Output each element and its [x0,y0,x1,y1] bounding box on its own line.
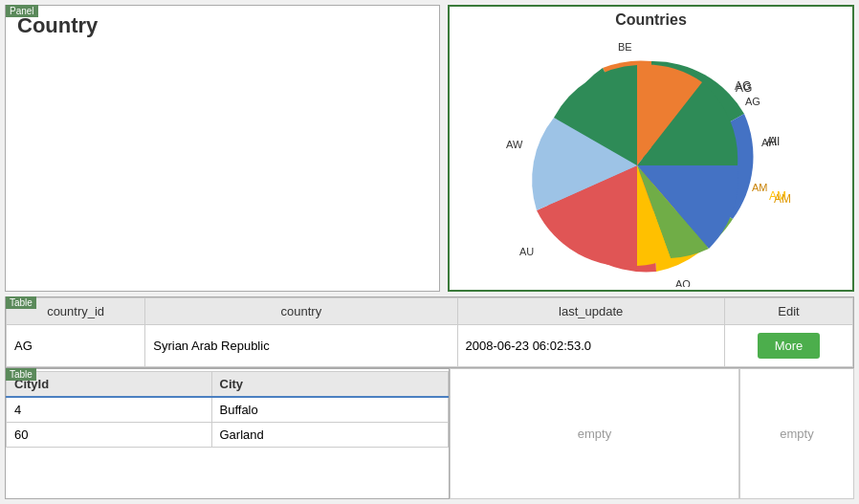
sub-table-container: Table CityId City 4 Buffalo [5,368,450,499]
cell-country: Syrian Arab Republic [145,325,457,367]
sub-table: CityId City 4 Buffalo 60 Garland [6,371,449,448]
cell-city-1: Garland [211,423,449,448]
panel-title: Country [6,6,439,46]
cell-city-0: Buffalo [211,397,449,423]
cell-country-id: AG [7,325,145,367]
main-table: country_id country last_update Edit AG S… [6,297,853,367]
svg-text:AI: AI [761,137,771,148]
svg-text:AQ: AQ [675,278,691,287]
empty-cell-right: empty [739,368,854,499]
empty-cell-middle: empty [450,368,739,499]
svg-text:AG: AG [745,96,760,107]
sub-table-row: 60 Garland [7,423,449,448]
main-table-label: Table [6,296,36,309]
chart-panel: Countries [448,5,854,292]
svg-text:AM: AM [752,182,768,193]
bottom-section: Table country_id country last_update Edi… [5,296,854,499]
chart-container: AG AI AM AQ AU AW BE AG AI AM AQ BE AG [450,29,852,285]
sub-right-cells: empty empty [450,368,854,499]
cell-city-id-0: 4 [7,397,212,423]
panel-label: Panel [6,5,38,17]
sub-table-label: Table [6,368,36,381]
cell-city-id-1: 60 [7,423,212,448]
svg-text:AW: AW [506,139,523,150]
chart-title: Countries [450,7,852,29]
table-row: AG Syrian Arab Republic 2008-06-23 06:02… [7,325,853,367]
col-country: country [145,298,457,325]
main-table-container: Table country_id country last_update Edi… [5,296,854,368]
svg-text:BE: BE [618,41,632,53]
svg-text:AU: AU [519,246,534,257]
pie-chart-clean: AG AI AM AQ AU AW BE [470,33,833,287]
top-section: Panel Country Countries [0,0,859,296]
col-edit: Edit [724,298,852,325]
left-panel: Panel Country [5,5,440,292]
sub-table-row: 4 Buffalo [7,397,449,423]
col-city: City [211,372,449,398]
main-container: Panel Country Countries [0,0,859,504]
col-city-id: CityId [7,372,212,398]
sub-row: Table CityId City 4 Buffalo [5,368,854,499]
more-button[interactable]: More [758,333,821,359]
cell-last-update: 2008-06-23 06:02:53.0 [457,325,724,367]
cell-edit: More [724,325,852,367]
col-last-update: last_update [457,298,724,325]
